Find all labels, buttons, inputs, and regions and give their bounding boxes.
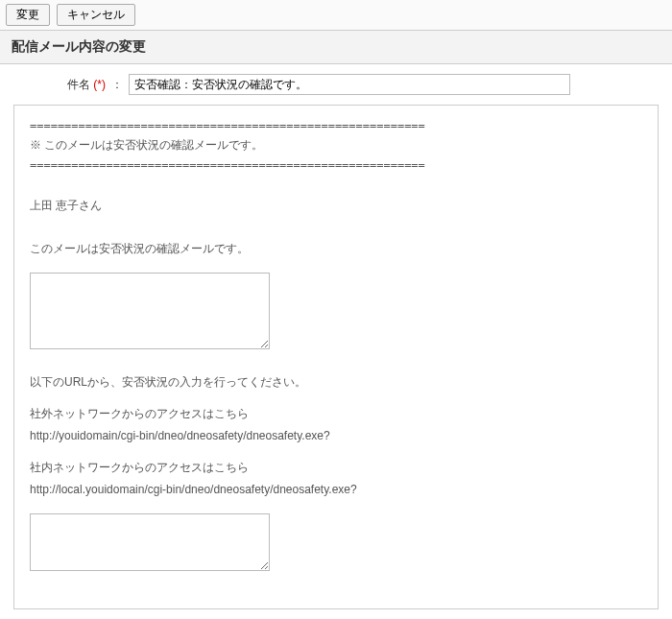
subject-input[interactable] — [129, 74, 570, 95]
change-button-top[interactable]: 変更 — [6, 4, 50, 26]
form-area: 件名 (*) ： ===============================… — [0, 64, 672, 619]
subject-row: 件名 (*) ： — [13, 74, 659, 95]
external-access-url: http://youidomain/cgi-bin/dneo/dneosafet… — [30, 427, 642, 445]
required-mark: (*) — [93, 78, 106, 91]
separator-bottom: ========================================… — [30, 158, 642, 172]
top-toolbar: 変更 キャンセル — [0, 0, 672, 31]
internal-access-label: 社内ネットワークからのアクセスはこちら — [30, 459, 642, 477]
message-textarea-1[interactable] — [30, 273, 270, 349]
intro-line: このメールは安否状況の確認メールです。 — [30, 240, 642, 258]
internal-access-url: http://local.youidomain/cgi-bin/dneo/dne… — [30, 481, 642, 499]
subject-colon: ： — [109, 77, 129, 93]
cancel-button-top[interactable]: キャンセル — [57, 4, 135, 26]
separator-top: ========================================… — [30, 119, 642, 132]
instruction-line: 以下のURLから、安否状況の入力を行ってください。 — [30, 373, 642, 392]
body-note-line: ※ このメールは安否状況の確認メールです。 — [30, 136, 642, 155]
section-title: 配信メール内容の変更 — [0, 31, 672, 64]
subject-label: 件名 — [67, 78, 90, 91]
subject-label-wrap: 件名 (*) — [13, 77, 109, 93]
mail-body-box: ========================================… — [13, 105, 659, 609]
recipient-name: 上田 恵子さん — [30, 197, 642, 215]
external-access-label: 社外ネットワークからのアクセスはこちら — [30, 405, 642, 423]
message-textarea-2[interactable] — [30, 513, 270, 571]
